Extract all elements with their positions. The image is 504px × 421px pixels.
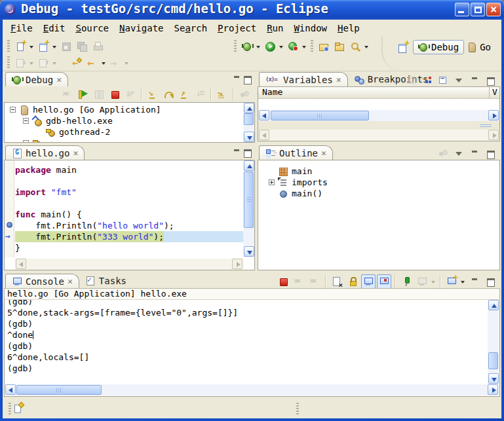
- menu-item-window[interactable]: Window: [288, 22, 332, 35]
- console-vscroll-up[interactable]: [488, 300, 499, 310]
- window-close-button[interactable]: ×: [486, 3, 501, 16]
- tab-outline-close-icon[interactable]: ✕: [321, 148, 326, 158]
- open-perspective-button[interactable]: [396, 40, 410, 54]
- outline-content[interactable]: mainimportsmain(): [258, 160, 500, 270]
- resume-button[interactable]: [76, 87, 90, 101]
- tree-expander-icon[interactable]: [10, 107, 16, 113]
- console-vscroll-track[interactable]: [488, 300, 499, 384]
- code-area[interactable]: package mainimport "fmt"func main() { fm…: [15, 160, 243, 257]
- run-launch-button[interactable]: [263, 39, 277, 54]
- run-launch-button-dropdown[interactable]: [279, 39, 284, 54]
- outline-item-main[interactable]: main(): [269, 188, 322, 199]
- scroll-lock-button[interactable]: [345, 274, 360, 289]
- column-divider[interactable]: [489, 87, 490, 99]
- breakpoint-ruler[interactable]: →: [5, 160, 14, 257]
- fast-view-icon[interactable]: [13, 403, 24, 413]
- tab-variables-close-icon[interactable]: ✕: [336, 75, 341, 84]
- tab-hello-go-close-icon[interactable]: ✕: [73, 148, 78, 158]
- pin-console-button[interactable]: [399, 274, 414, 289]
- new-project-button[interactable]: [36, 39, 50, 54]
- debug-tree-vscroll-down[interactable]: [244, 132, 254, 142]
- new-project-button-dropdown[interactable]: [52, 39, 58, 54]
- back-button[interactable]: [85, 56, 100, 70]
- open-resource-button[interactable]: [332, 39, 347, 54]
- menu-item-source[interactable]: Source: [70, 22, 114, 35]
- console-hscroll-right[interactable]: [488, 384, 498, 395]
- variables-hscroll-left[interactable]: [259, 110, 269, 120]
- perspective-debug-button[interactable]: Debug: [413, 40, 464, 54]
- show-logical-structure-button[interactable]: [420, 73, 435, 87]
- variables-empty-row[interactable]: [258, 99, 499, 110]
- last-edit-location-button[interactable]: [69, 56, 84, 70]
- search-button-dropdown[interactable]: [364, 39, 370, 54]
- maximize-view-button[interactable]: [483, 146, 497, 160]
- open-console-button[interactable]: [444, 274, 459, 289]
- title-bar[interactable]: Debug - testGo/src/cmd/hello.go - Eclips…: [0, 0, 504, 20]
- tab-variables[interactable]: Variables ✕: [259, 72, 348, 86]
- debug-tree-item[interactable]: gothread-2: [36, 126, 110, 137]
- tab-hello-go[interactable]: hello.go ✕: [5, 145, 85, 160]
- variables-hscroll-right[interactable]: [488, 110, 499, 120]
- terminate-button[interactable]: [107, 87, 122, 101]
- editor-vscroll-thumb[interactable]: [244, 172, 254, 228]
- search-button[interactable]: [348, 39, 362, 54]
- debug-tree-vscroll-up[interactable]: [244, 103, 254, 113]
- outline-view-menu-dropdown[interactable]: [452, 146, 466, 160]
- minimize-view-button[interactable]: [467, 274, 482, 289]
- console-hscroll-thumb[interactable]: [16, 385, 102, 395]
- editor-maximize-button[interactable]: [244, 149, 251, 156]
- maximize-view-button[interactable]: [483, 274, 497, 289]
- new-wizard-button[interactable]: [13, 39, 28, 54]
- console-hscroll-left[interactable]: [5, 384, 16, 395]
- window-minimize-button[interactable]: [455, 3, 469, 16]
- console-vscroll-thumb[interactable]: [488, 352, 498, 369]
- debug-tree-vscroll-thumb[interactable]: [244, 113, 254, 125]
- new-wizard-button-dropdown[interactable]: [29, 39, 35, 54]
- tab-debug-close-icon[interactable]: ✕: [56, 75, 62, 84]
- column-header-value[interactable]: V: [492, 87, 497, 97]
- debug-tree-area[interactable]: hello.go [Go Application]gdb-hello.exego…: [4, 102, 255, 143]
- external-tools-button-dropdown[interactable]: [301, 39, 307, 54]
- show-stderr-button[interactable]: [377, 274, 391, 289]
- window-maximize-button[interactable]: [471, 3, 485, 16]
- terminate-console-button[interactable]: [276, 274, 290, 289]
- variables-view-menu-dropdown[interactable]: [452, 73, 466, 87]
- editor-vscroll-up[interactable]: [244, 160, 254, 171]
- open-console-button-dropdown[interactable]: [460, 274, 466, 289]
- tree-expander-icon[interactable]: [269, 179, 275, 185]
- tab-debug[interactable]: Debug ✕: [5, 72, 68, 86]
- debug-tree-item[interactable]: gdb-hello.exe: [23, 115, 113, 126]
- minimize-view-button[interactable]: [467, 73, 482, 87]
- external-tools-button[interactable]: [286, 39, 300, 54]
- tree-expander-icon[interactable]: [23, 118, 29, 124]
- menu-item-search[interactable]: Search: [169, 22, 213, 35]
- perspective-go-label[interactable]: Go: [480, 42, 491, 52]
- step-over-button[interactable]: [161, 87, 176, 101]
- step-into-button[interactable]: [145, 87, 160, 101]
- debug-view-minimize-button[interactable]: [233, 75, 241, 82]
- breakpoint-icon[interactable]: [7, 222, 12, 228]
- outline-item-imports[interactable]: imports: [269, 177, 328, 188]
- tab-outline[interactable]: Outline ✕: [259, 145, 333, 160]
- menu-item-run[interactable]: Run: [262, 22, 288, 35]
- clear-console-button[interactable]: [330, 274, 344, 289]
- editor-minimize-button[interactable]: [233, 149, 241, 156]
- debug-view-maximize-button[interactable]: [244, 75, 251, 82]
- menu-item-project[interactable]: Project: [212, 22, 262, 35]
- debug-launch-button[interactable]: [240, 39, 254, 54]
- console-vscroll-down[interactable]: [488, 373, 499, 384]
- console-text-area[interactable]: (gdb) 5^done,stack-args=[frame={level="0…: [5, 300, 486, 384]
- back-button-dropdown[interactable]: [101, 56, 107, 70]
- show-stdout-button[interactable]: [361, 274, 376, 289]
- minimize-view-button[interactable]: [467, 146, 482, 160]
- collapse-all-button[interactable]: [436, 73, 450, 87]
- menu-item-edit[interactable]: Edit: [38, 22, 71, 35]
- use-step-filters-button[interactable]: [215, 87, 229, 101]
- tab-tasks[interactable]: Tasks: [79, 274, 132, 288]
- maximize-view-button[interactable]: [483, 73, 497, 87]
- tab-console-close-icon[interactable]: ✕: [68, 276, 73, 286]
- step-return-button[interactable]: [177, 87, 191, 101]
- variables-hscroll-thumb[interactable]: [271, 111, 369, 120]
- menu-item-help[interactable]: Help: [332, 22, 365, 35]
- debug-tree-item[interactable]: hello.go [Go Application]: [10, 104, 161, 115]
